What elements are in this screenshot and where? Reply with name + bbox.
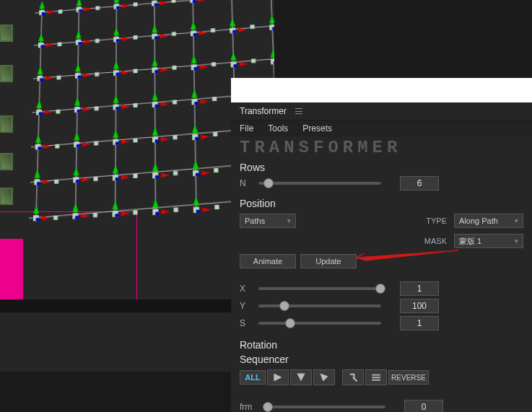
svg-marker-128 — [121, 105, 130, 109]
svg-rect-23 — [95, 6, 100, 10]
transformer-panel: Transformer File Tools Presets TRANSFORM… — [231, 102, 532, 412]
svg-marker-59 — [113, 27, 119, 35]
arrow-right-icon[interactable] — [267, 369, 289, 385]
svg-rect-203 — [173, 171, 178, 175]
mask-label: MASK — [415, 237, 447, 245]
svg-marker-25 — [114, 0, 120, 3]
svg-marker-26 — [122, 4, 130, 8]
svg-marker-98 — [152, 58, 157, 66]
svg-marker-36 — [199, 0, 207, 2]
svg-rect-208 — [214, 168, 218, 172]
svg-rect-101 — [173, 66, 177, 70]
svg-rect-125 — [95, 106, 99, 110]
svg-rect-198 — [133, 174, 137, 178]
svg-rect-72 — [211, 28, 215, 32]
svg-line-2 — [33, 56, 274, 79]
svg-rect-174 — [213, 132, 217, 136]
layer-thumb — [0, 188, 13, 205]
svg-marker-103 — [191, 55, 196, 63]
svg-rect-57 — [95, 39, 100, 43]
seq-all-button[interactable]: ALL — [240, 370, 266, 385]
reverse-button[interactable]: REVERSE — [388, 370, 429, 385]
svg-marker-127 — [113, 95, 119, 103]
section-sequencer: Sequencer — [231, 352, 532, 367]
s-value[interactable]: 1 — [400, 316, 439, 330]
top-strip — [231, 78, 532, 102]
arrow-in-icon[interactable] — [342, 369, 364, 385]
svg-marker-206 — [201, 170, 210, 175]
svg-rect-237 — [174, 208, 178, 212]
svg-rect-28 — [134, 2, 138, 6]
svg-marker-21 — [84, 7, 92, 12]
arrow-diag-icon[interactable] — [313, 369, 335, 385]
svg-rect-91 — [95, 72, 99, 76]
svg-marker-151 — [35, 134, 41, 143]
frm-label: frm — [240, 402, 257, 412]
svg-rect-111 — [251, 58, 256, 63]
svg-rect-96 — [134, 69, 138, 73]
svg-marker-166 — [152, 127, 158, 136]
menu-presets[interactable]: Presets — [302, 123, 332, 133]
frm-slider[interactable] — [263, 406, 385, 408]
svg-rect-33 — [172, 0, 176, 3]
mask-dropdown[interactable]: 蒙版 1 ▾ — [454, 234, 523, 248]
svg-marker-93 — [113, 61, 119, 69]
svg-marker-122 — [74, 97, 80, 106]
y-value[interactable]: 100 — [400, 299, 439, 313]
rows-n-label: N — [240, 178, 253, 188]
svg-marker-185 — [35, 170, 40, 178]
menu-file[interactable]: File — [240, 123, 253, 133]
panel-title: Transformer — [240, 106, 287, 116]
rows-n-slider[interactable] — [258, 182, 381, 185]
svg-marker-196 — [121, 175, 130, 180]
x-slider[interactable] — [258, 287, 381, 290]
x-value[interactable]: 1 — [400, 281, 439, 296]
layer-thumb — [0, 115, 13, 133]
svg-marker-190 — [73, 167, 79, 175]
panel-menu-icon[interactable] — [295, 108, 302, 114]
svg-marker-186 — [43, 180, 51, 184]
svg-marker-161 — [113, 129, 118, 138]
s-slider[interactable] — [258, 322, 381, 325]
sequencer-buttons: ALL REVERSE — [231, 367, 532, 388]
svg-marker-64 — [152, 25, 157, 32]
svg-rect-232 — [133, 210, 137, 214]
svg-rect-77 — [250, 25, 254, 29]
svg-marker-224 — [73, 203, 79, 211]
menubar: File Tools Presets — [231, 120, 532, 136]
paths-dropdown[interactable]: Paths ▾ — [240, 214, 296, 228]
transform-grid[interactable] — [35, 2, 243, 247]
svg-rect-154 — [55, 144, 59, 149]
svg-marker-240 — [202, 207, 212, 211]
y-slider[interactable] — [258, 304, 381, 307]
svg-rect-242 — [214, 205, 219, 209]
svg-rect-169 — [173, 135, 177, 139]
svg-marker-133 — [161, 102, 170, 106]
svg-rect-159 — [94, 141, 98, 146]
menu-tools[interactable]: Tools — [268, 123, 288, 133]
svg-marker-229 — [113, 201, 118, 209]
svg-rect-227 — [93, 213, 97, 217]
animate-button[interactable]: Animate — [240, 254, 296, 268]
svg-marker-83 — [38, 66, 43, 74]
update-button[interactable]: Update — [300, 254, 357, 268]
svg-marker-167 — [161, 137, 170, 141]
svg-rect-67 — [172, 32, 176, 36]
svg-marker-50 — [46, 43, 54, 47]
svg-marker-79 — [269, 15, 274, 24]
lines-icon[interactable] — [365, 369, 387, 385]
svg-marker-172 — [201, 134, 209, 139]
frm-value[interactable]: 0 — [404, 400, 443, 412]
layer-thumb — [0, 153, 13, 170]
chevron-down-icon: ▾ — [515, 217, 518, 224]
arrow-down-icon[interactable] — [290, 369, 312, 385]
svg-rect-62 — [134, 35, 138, 40]
section-position: Position — [231, 196, 532, 211]
type-dropdown[interactable]: Along Path ▾ — [454, 214, 523, 228]
rows-n-value[interactable]: 6 — [400, 176, 439, 190]
svg-marker-156 — [74, 132, 79, 141]
svg-marker-54 — [76, 30, 82, 38]
svg-marker-200 — [152, 162, 158, 171]
panel-title-bar[interactable]: Transformer — [231, 102, 532, 120]
svg-marker-162 — [121, 139, 130, 144]
